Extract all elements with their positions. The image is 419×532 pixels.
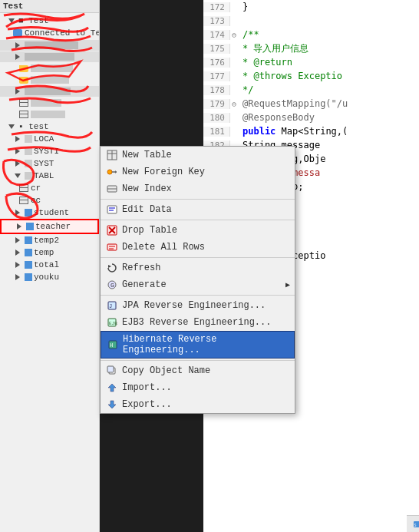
code-line-172: 172 } xyxy=(203,0,419,14)
svg-text:G: G xyxy=(111,282,114,289)
menu-sep-4 xyxy=(101,295,295,296)
tree-item-blur5[interactable] xyxy=(0,86,99,97)
tree-label-blur6 xyxy=(31,99,61,107)
code-line-179: 179 ⊖ @RequestMapping("/u xyxy=(203,97,419,111)
table-icon-ec xyxy=(18,195,29,206)
menu-label-edit-data: Edit Data xyxy=(122,204,172,215)
tab-sql[interactable]: S SQL xyxy=(407,518,419,530)
svg-point-3 xyxy=(107,170,112,174)
tri-right-systi xyxy=(12,146,23,157)
tree-label-temp: temp xyxy=(34,248,54,257)
tree-label-test: ■ Test xyxy=(18,16,49,25)
tri-right-icon3 xyxy=(12,86,23,97)
tree-item-total[interactable]: total xyxy=(0,259,99,271)
code-line-176: 176 * @return xyxy=(203,55,419,69)
svg-text:EJB: EJB xyxy=(109,321,117,326)
table-icon-total xyxy=(25,261,32,269)
code-line-177: 177 * @throws Exceptio xyxy=(203,69,419,83)
menu-item-refresh[interactable]: Refresh xyxy=(101,259,295,276)
tree-item-youku[interactable]: youku xyxy=(0,271,99,283)
delete-rows-icon xyxy=(105,241,119,253)
line-num-173: 173 xyxy=(203,16,230,26)
table-icon-systi xyxy=(25,147,32,155)
table-icon-cr xyxy=(18,183,29,193)
tree-item-loca[interactable]: LOCA xyxy=(0,133,99,145)
tree-item-cr[interactable]: cr xyxy=(0,182,99,194)
tree-item-temp[interactable]: temp xyxy=(0,246,99,259)
tree-item-blur3[interactable] xyxy=(0,63,99,74)
code-line-181: 181 public Map<String,( xyxy=(203,124,419,138)
tree-item-ec[interactable]: ec xyxy=(0,194,99,207)
tree-label-blur3 xyxy=(31,64,73,72)
tree-item-test[interactable]: ■ Test xyxy=(0,15,99,27)
menu-item-export[interactable]: Export... xyxy=(101,396,295,413)
table-icon-teacher xyxy=(26,223,34,230)
copy-icon xyxy=(105,365,119,377)
tree-label-blur5 xyxy=(25,88,71,95)
line-num-176: 176 xyxy=(203,58,230,68)
tree-item-student[interactable]: student xyxy=(0,207,99,219)
tree-label-cr: cr xyxy=(31,183,41,193)
tree-items-container: ■ Test Connected to Test xyxy=(0,13,99,285)
tree-item-connected[interactable]: Connected to Test xyxy=(0,27,99,39)
menu-item-jpa-reverse[interactable]: J JPA Reverse Engineering... xyxy=(101,297,295,314)
tree-item-teacher[interactable]: teacher xyxy=(0,219,99,234)
menu-label-import: Import... xyxy=(122,382,172,393)
menu-label-new-index: New Index xyxy=(122,183,172,194)
tree-label-student: student xyxy=(34,208,69,217)
line-content-178: */ xyxy=(239,84,253,95)
line-content-176: * @return xyxy=(239,57,292,68)
import-icon xyxy=(105,382,119,394)
menu-item-edit-data[interactable]: Edit Data xyxy=(101,201,295,218)
tree-item-blur7[interactable] xyxy=(0,109,99,120)
tree-item-blur2[interactable] xyxy=(0,51,99,62)
tree-label-blur7 xyxy=(31,111,65,118)
svg-text:S: S xyxy=(414,524,417,528)
sql-icon: S xyxy=(413,520,419,528)
tree-label-blur2 xyxy=(25,53,74,61)
menu-label-delete-rows: Delete All Rows xyxy=(122,242,205,253)
tree-label-teacher: teacher xyxy=(35,222,71,231)
tree-item-blur1[interactable] xyxy=(0,40,99,51)
menu-sep-3 xyxy=(101,257,295,258)
tri-right-total xyxy=(12,259,23,270)
menu-item-import[interactable]: Import... xyxy=(101,379,295,396)
tri-right-syst xyxy=(12,158,23,169)
menu-label-ejb3: EJB3 Reverse Engineering... xyxy=(122,317,271,328)
tri-down-icon xyxy=(6,15,17,26)
line-num-174: 174 xyxy=(203,30,230,40)
menu-item-drop-table[interactable]: Drop Table xyxy=(101,222,295,239)
menu-item-delete-rows[interactable]: Delete All Rows xyxy=(101,239,295,256)
tree-item-tabl[interactable]: TABL xyxy=(0,170,99,182)
tree-item-temp2[interactable]: temp2 xyxy=(0,234,99,246)
tree-item-blur4[interactable] xyxy=(0,74,99,85)
tree-label-testdb: ▪ test xyxy=(18,122,49,131)
menu-item-copy-name[interactable]: Copy Object Name xyxy=(101,362,295,379)
tri-right-youku xyxy=(12,272,23,283)
menu-item-new-index[interactable]: New Index xyxy=(101,180,295,197)
menu-item-new-fk[interactable]: New Foreign Key xyxy=(101,164,295,180)
tree-item-syst[interactable]: SYST xyxy=(0,157,99,170)
tree-item-blur6[interactable] xyxy=(0,97,99,108)
table-icon-loca xyxy=(25,135,32,143)
menu-item-hibernate-reverse[interactable]: H Hibernate Reverse Engineering... xyxy=(101,331,295,359)
tree-label-loca: LOCA xyxy=(34,134,54,144)
svg-rect-8 xyxy=(107,206,117,213)
tree-label-ec: ec xyxy=(31,196,41,205)
svg-rect-14 xyxy=(107,244,117,250)
menu-item-ejb3-reverse[interactable]: EJB EJB3 Reverse Engineering... xyxy=(101,314,295,331)
menu-label-copy-name: Copy Object Name xyxy=(122,365,210,376)
menu-item-new-table[interactable]: New Table xyxy=(101,147,295,164)
tree-item-systi[interactable]: SYSTI xyxy=(0,145,99,157)
menu-item-generate[interactable]: G Generate ▶ xyxy=(101,276,295,293)
line-num-172: 172 xyxy=(203,2,230,12)
tri-down-icon2 xyxy=(6,121,17,132)
table-icon-temp2 xyxy=(25,236,32,244)
tree-item-testdb[interactable]: ▪ test xyxy=(0,121,99,133)
line-num-178: 178 xyxy=(203,85,230,95)
code-line-178: 178 */ xyxy=(203,83,419,97)
tri-right-teacher xyxy=(14,221,25,232)
line-num-175: 175 xyxy=(203,44,230,54)
context-menu: New Table New Foreign Key New Index Edit… xyxy=(100,146,295,414)
line-content-179: @RequestMapping("/u xyxy=(239,98,348,109)
